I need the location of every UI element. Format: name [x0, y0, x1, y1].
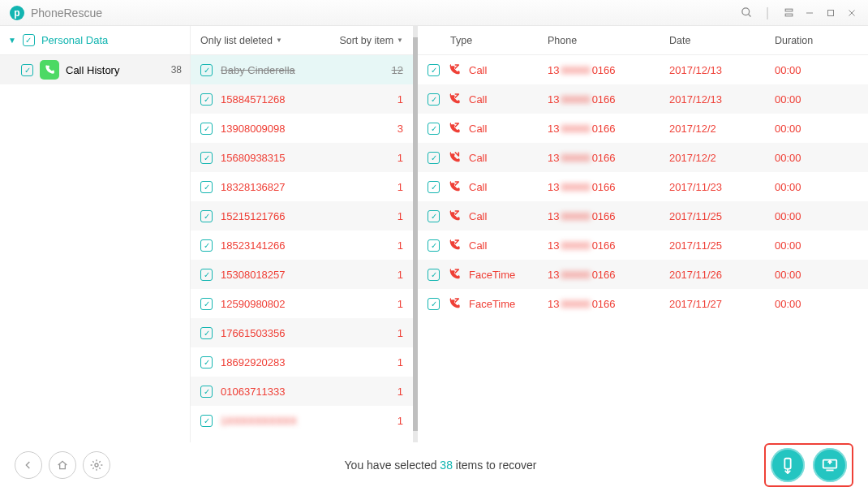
sidebar-item-count: 38: [171, 64, 182, 75]
table-row[interactable]: ✓ Call 13000000166 2017/12/2 00:00: [418, 114, 868, 143]
list-item-count: 1: [397, 356, 403, 368]
list-item[interactable]: ✓ Baby Cinderella 12: [191, 55, 413, 84]
call-direction-icon: [448, 297, 461, 310]
list-item-count: 1: [397, 93, 403, 106]
checkbox[interactable]: ✓: [200, 123, 213, 135]
table-row[interactable]: ✓ Call 13000000166 2017/12/13 00:00: [418, 55, 868, 84]
app-logo-icon: p: [10, 6, 24, 20]
list-item[interactable]: ✓ 1XXXXXXXXXX 1: [191, 406, 413, 435]
call-duration: 00:00: [775, 239, 868, 252]
phone-number: 13000000166: [548, 64, 669, 76]
table-header: Type Phone Date Duration: [418, 26, 868, 55]
list-item-name: 15308018257: [221, 269, 389, 281]
checkbox[interactable]: ✓: [428, 210, 440, 222]
col-type: Type: [418, 35, 548, 46]
separator: |: [761, 6, 774, 19]
menu-icon[interactable]: [782, 6, 795, 19]
svg-rect-9: [784, 459, 790, 469]
list-item-count: 1: [397, 181, 403, 193]
checkbox[interactable]: ✓: [428, 152, 440, 164]
close-icon[interactable]: [845, 6, 858, 19]
list-item[interactable]: ✓ 13908009098 3: [191, 114, 413, 143]
sidebar-group-personal-data[interactable]: ▼ ✓ Personal Data: [0, 26, 190, 55]
table-row[interactable]: ✓ FaceTime 13000000166 2017/11/26 00:00: [418, 260, 868, 289]
list-item-name: 18692920283: [221, 356, 389, 368]
back-button[interactable]: [15, 451, 42, 479]
call-date: 2017/11/23: [669, 181, 775, 193]
checkbox[interactable]: ✓: [200, 415, 213, 427]
checkbox[interactable]: ✓: [428, 93, 440, 106]
call-type: Call: [469, 210, 487, 222]
home-button[interactable]: [49, 451, 76, 479]
list-item[interactable]: ✓ 12590980802 1: [191, 289, 413, 318]
sort-dropdown[interactable]: Sort by item▼: [339, 35, 403, 46]
list-item-count: 1: [397, 269, 403, 281]
checkbox[interactable]: ✓: [428, 181, 440, 193]
checkbox[interactable]: ✓: [200, 64, 213, 76]
list-item[interactable]: ✓ 15884571268 1: [191, 84, 413, 114]
settings-button[interactable]: [83, 451, 110, 479]
chevron-down-icon: ▼: [276, 37, 282, 44]
sidebar-item-call-history[interactable]: ✓ Call History 38: [0, 55, 190, 84]
table-row[interactable]: ✓ Call 13000000166 2017/12/13 00:00: [418, 84, 868, 114]
call-direction-icon: [448, 268, 461, 281]
checkbox[interactable]: ✓: [428, 239, 440, 252]
titlebar: p PhoneRescue |: [0, 0, 868, 26]
list-item[interactable]: ✓ 18523141266 1: [191, 231, 413, 260]
list-item[interactable]: ✓ 18692920283 1: [191, 347, 413, 377]
table-row[interactable]: ✓ Call 13000000166 2017/11/25 00:00: [418, 231, 868, 260]
checkbox[interactable]: ✓: [200, 356, 213, 368]
call-type: Call: [469, 64, 487, 76]
table-row[interactable]: ✓ Call 13000000166 2017/12/2 00:00: [418, 143, 868, 172]
phone-number: 13000000166: [548, 239, 669, 252]
table-row[interactable]: ✓ FaceTime 13000000166 2017/11/27 00:00: [418, 289, 868, 318]
list-item[interactable]: ✓ 17661503356 1: [191, 318, 413, 347]
col-duration: Duration: [775, 35, 868, 46]
checkbox[interactable]: ✓: [200, 181, 213, 193]
checkbox[interactable]: ✓: [428, 298, 440, 310]
list-item[interactable]: ✓ 01063711333 1: [191, 377, 413, 406]
footer: You have selected 38 items to recover: [0, 442, 868, 487]
checkbox[interactable]: ✓: [428, 269, 440, 281]
svg-point-0: [741, 8, 749, 15]
list-item-name: Baby Cinderella: [221, 64, 384, 76]
checkbox[interactable]: ✓: [21, 64, 33, 76]
checkbox[interactable]: ✓: [200, 327, 213, 339]
checkbox[interactable]: ✓: [200, 152, 213, 164]
checkbox[interactable]: ✓: [200, 269, 213, 281]
maximize-icon[interactable]: [824, 6, 837, 19]
list-item[interactable]: ✓ 15308018257 1: [191, 260, 413, 289]
search-icon[interactable]: [740, 6, 753, 19]
table-row[interactable]: ✓ Call 13000000166 2017/11/23 00:00: [418, 172, 868, 201]
checkbox[interactable]: ✓: [428, 123, 440, 135]
minimize-icon[interactable]: [803, 6, 816, 19]
recover-to-device-button[interactable]: [771, 448, 805, 482]
list-item[interactable]: ✓ 15680938315 1: [191, 143, 413, 172]
call-duration: 00:00: [775, 152, 868, 164]
call-type: FaceTime: [469, 298, 515, 310]
app-title: PhoneRescue: [31, 6, 102, 19]
table-row[interactable]: ✓ Call 13000000166 2017/11/25 00:00: [418, 201, 868, 231]
checkbox[interactable]: ✓: [200, 239, 213, 252]
sidebar: ▼ ✓ Personal Data ✓ Call History 38: [0, 26, 191, 442]
contact-list-panel: Only list deleted▼ Sort by item▼ ✓ Baby …: [191, 26, 418, 442]
phone-number: 13000000166: [548, 269, 669, 281]
call-date: 2017/11/27: [669, 298, 775, 310]
call-type: Call: [469, 181, 487, 193]
list-item-count: 3: [397, 123, 403, 135]
list-item-name: 15215121766: [221, 210, 389, 222]
list-item[interactable]: ✓ 18328136827 1: [191, 172, 413, 201]
list-item[interactable]: ✓ 15215121766 1: [191, 201, 413, 231]
checkbox[interactable]: ✓: [23, 34, 35, 46]
call-type: FaceTime: [469, 269, 515, 281]
list-item-count: 1: [397, 298, 403, 310]
recover-to-computer-button[interactable]: [813, 448, 847, 482]
checkbox[interactable]: ✓: [200, 298, 213, 310]
checkbox[interactable]: ✓: [428, 64, 440, 76]
list-item-count: 1: [397, 239, 403, 252]
svg-rect-5: [828, 10, 834, 15]
checkbox[interactable]: ✓: [200, 210, 213, 222]
filter-dropdown[interactable]: Only list deleted▼: [200, 35, 282, 46]
checkbox[interactable]: ✓: [200, 386, 213, 398]
checkbox[interactable]: ✓: [200, 93, 213, 106]
